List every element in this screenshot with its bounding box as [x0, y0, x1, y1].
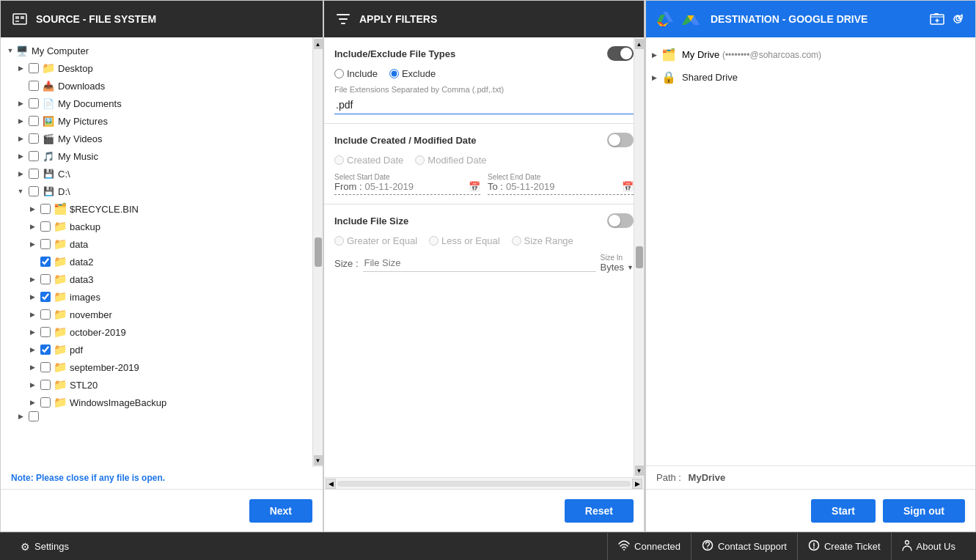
checkbox-data[interactable] — [40, 239, 51, 249]
chevron-pdf[interactable] — [27, 345, 37, 355]
filter-scroll-down[interactable]: ▼ — [635, 465, 644, 476]
created-date-radio[interactable] — [334, 155, 344, 165]
tree-item-september[interactable]: 📁 september-2019 — [4, 358, 318, 376]
file-ext-input[interactable] — [334, 96, 634, 114]
tree-item-data3[interactable]: 📁 data3 — [4, 270, 318, 288]
filter-scroll-thumb[interactable] — [636, 246, 643, 268]
chevron-october[interactable] — [27, 327, 37, 337]
chevron-cdrive[interactable] — [15, 169, 26, 179]
hscroll-left[interactable]: ◀ — [326, 479, 336, 489]
tree-item-downloads[interactable]: 📥 Downloads — [4, 77, 318, 95]
tree-item-backup[interactable]: 📁 backup — [4, 218, 318, 235]
tree-item-mypictures[interactable]: 🖼️ My Pictures — [4, 112, 318, 130]
checkbox-pdf[interactable] — [40, 345, 51, 355]
tree-item-november[interactable]: 📁 november — [4, 306, 318, 323]
start-button[interactable]: Start — [811, 499, 876, 523]
end-date-calendar-icon[interactable]: 📅 — [622, 181, 634, 192]
new-folder-btn[interactable] — [930, 12, 944, 26]
checkbox-downloads[interactable] — [29, 81, 39, 91]
modified-date-radio-label[interactable]: Modified Date — [415, 155, 486, 166]
chevron-data3[interactable] — [27, 274, 37, 284]
size-input[interactable] — [363, 254, 596, 272]
greater-radio[interactable] — [334, 236, 344, 246]
tree-item-stl20[interactable]: 📁 STL20 — [4, 376, 318, 394]
tree-item-shareddrive[interactable]: ▶ 🔒 Shared Drive — [646, 66, 975, 89]
checkbox-mypictures[interactable] — [29, 116, 39, 126]
size-unit-dropdown[interactable]: Bytes ▼ — [601, 262, 634, 273]
filters-hscroll[interactable]: ◀ ▶ — [324, 477, 644, 489]
include-radio[interactable] — [334, 69, 344, 78]
tree-item-cdrive[interactable]: 💾 C:\ — [4, 165, 318, 183]
chevron-november[interactable] — [27, 309, 37, 320]
tree-item-october[interactable]: 📁 october-2019 — [4, 323, 318, 341]
tree-item-mymusic[interactable]: 🎵 My Music — [4, 147, 318, 165]
chevron-ddrive[interactable] — [15, 186, 26, 196]
range-radio[interactable] — [512, 236, 521, 246]
checkbox-mymusic[interactable] — [29, 151, 39, 161]
chevron-data[interactable] — [27, 239, 37, 249]
created-date-radio-label[interactable]: Created Date — [334, 155, 403, 166]
chevron-shareddrive[interactable]: ▶ — [652, 74, 657, 81]
checkbox-backup[interactable] — [40, 221, 51, 232]
scroll-down-btn[interactable]: ▼ — [314, 455, 323, 465]
tree-item-desktop[interactable]: 📁 Desktop — [4, 59, 318, 77]
connected-item[interactable]: Connected — [607, 533, 691, 560]
signout-button[interactable]: Sign out — [883, 499, 965, 523]
date-toggle[interactable] — [607, 133, 634, 147]
greater-radio-label[interactable]: Greater or Equal — [334, 235, 417, 246]
tree-item-ddrive[interactable]: 💾 D:\ — [4, 183, 318, 200]
checkbox-october[interactable] — [40, 327, 51, 337]
refresh-btn[interactable] — [950, 12, 965, 26]
ticket-item[interactable]: Create Ticket — [798, 533, 892, 560]
reset-button[interactable]: Reset — [565, 499, 634, 523]
chevron-myvideos[interactable] — [15, 133, 26, 144]
file-types-toggle[interactable] — [607, 46, 634, 61]
checkbox-recycle[interactable] — [40, 204, 51, 214]
tree-item-mydocuments[interactable]: 📄 My Documents — [4, 95, 318, 112]
tree-item-mycomputer[interactable]: 🖥️ My Computer — [4, 42, 318, 59]
exclude-radio[interactable] — [389, 69, 399, 78]
include-radio-label[interactable]: Include — [334, 68, 378, 79]
checkbox-mydocuments[interactable] — [29, 98, 39, 108]
chevron-mymusic[interactable] — [15, 151, 26, 161]
next-button[interactable]: Next — [249, 499, 312, 523]
less-radio[interactable] — [429, 236, 439, 246]
chevron-partial[interactable] — [15, 411, 26, 421]
hscroll-right[interactable]: ▶ — [632, 479, 642, 489]
filter-scroll-up[interactable]: ▲ — [635, 39, 644, 49]
checkbox-november[interactable] — [40, 309, 51, 320]
chevron-mycomputer[interactable] — [5, 45, 15, 56]
tree-item-mydrive[interactable]: ▶ 🗂️ My Drive (••••••••@soharcoas.com) — [646, 43, 975, 66]
checkbox-partial[interactable] — [29, 411, 39, 421]
less-radio-label[interactable]: Less or Equal — [429, 235, 500, 246]
modified-date-radio[interactable] — [415, 155, 425, 165]
tree-item-windowsimagebackup[interactable]: 📁 WindowsImageBackup — [4, 394, 318, 411]
checkbox-cdrive[interactable] — [29, 169, 39, 179]
tree-item-myvideos[interactable]: 🎬 My Videos — [4, 130, 318, 147]
checkbox-september[interactable] — [40, 362, 51, 372]
tree-item-recycle[interactable]: 🗂️ $RECYCLE.BIN — [4, 200, 318, 218]
scroll-up-btn[interactable]: ▲ — [314, 39, 323, 49]
chevron-mydrive[interactable]: ▶ — [652, 51, 657, 59]
tree-item-partial[interactable] — [4, 411, 318, 421]
size-toggle[interactable] — [607, 213, 634, 228]
checkbox-data2[interactable] — [40, 257, 51, 267]
range-radio-label[interactable]: Size Range — [512, 235, 573, 246]
chevron-mydocuments[interactable] — [15, 98, 26, 108]
start-date-calendar-icon[interactable]: 📅 — [469, 181, 480, 192]
checkbox-stl20[interactable] — [40, 380, 51, 390]
settings-item[interactable]: ⚙ Settings — [10, 533, 607, 560]
checkbox-data3[interactable] — [40, 274, 51, 284]
chevron-images[interactable] — [27, 292, 37, 302]
checkbox-myvideos[interactable] — [29, 133, 39, 144]
chevron-windowsimagebackup[interactable] — [27, 397, 37, 408]
tree-item-data2[interactable]: 📁 data2 — [4, 253, 318, 270]
chevron-stl20[interactable] — [27, 380, 37, 390]
checkbox-windowsimagebackup[interactable] — [40, 397, 51, 408]
chevron-desktop[interactable] — [15, 63, 26, 73]
chevron-recycle[interactable] — [27, 204, 37, 214]
about-item[interactable]: About Us — [892, 533, 966, 560]
chevron-mypictures[interactable] — [15, 116, 26, 126]
checkbox-desktop[interactable] — [29, 63, 39, 73]
chevron-backup[interactable] — [27, 221, 37, 232]
